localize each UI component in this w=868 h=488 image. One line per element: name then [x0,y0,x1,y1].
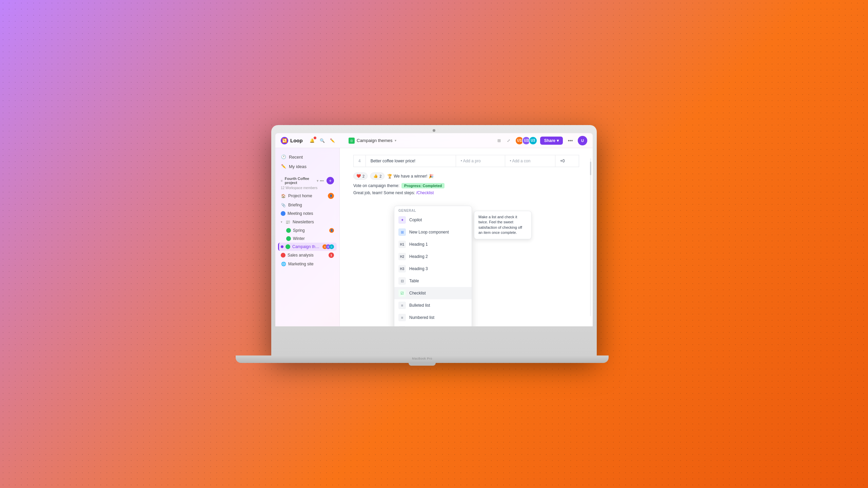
vote-line: Vote on campaign theme: Progress: Comple… [353,183,579,188]
sidebar-item-my-ideas[interactable]: ✏️ My ideas [278,162,337,171]
slash-menu-section-label: General [394,206,472,214]
section-title: Fourth Coffee project [285,177,315,185]
slash-menu-item-h2[interactable]: H2 Heading 2 [394,250,472,263]
scrollbar[interactable] [590,158,591,316]
expand-icon[interactable]: ⤢ [505,137,512,144]
my-ideas-icon: ✏️ [281,164,286,169]
table-icon: ⊟ [398,277,406,285]
newsletters-label: Newsletters [293,220,334,224]
checklist-icon: ☑ [398,289,406,297]
project-home-label: Project home [288,194,326,198]
my-ideas-label: My ideas [289,164,307,169]
sales-icon [281,253,285,258]
search-icon[interactable]: 🔍 [318,137,327,145]
share-label: Share [544,138,555,143]
slash-menu-item-numbered[interactable]: ≡ Numbered list [394,311,472,324]
numbered-icon: ≡ [398,314,406,321]
sidebar-item-briefing[interactable]: 📎 Briefing [278,201,337,209]
campaign-avatars: A B C [322,244,334,249]
sidebar-item-sales-analysis[interactable]: Sales analysis 1 [278,251,337,260]
sidebar-item-winter[interactable]: Winter [283,235,337,243]
scrollbar-thumb[interactable] [590,162,591,175]
laptop-notch [409,363,436,366]
app-header: 🔁 Loop 🔔 🔍 ✏️ [275,133,593,148]
more-options-button[interactable]: ••• [566,136,575,145]
section-header[interactable]: ≡ Fourth Coffee project ▾ ••• + [278,175,337,186]
winter-icon [286,236,291,241]
thumbs-emoji: 👍 [373,174,378,178]
briefing-icon: 📎 [281,202,286,208]
slash-menu-item-checklist[interactable]: ☑ Checklist [394,287,472,299]
sales-badge: 1 [329,252,334,258]
tooltip-text: Make a list and check it twice. Feel the… [478,215,522,235]
row-number: 4 [354,155,366,167]
slash-menu-item-bulleted[interactable]: ≡ Bulleted list [394,299,472,311]
vote-label: Vote on campaign theme: [353,183,399,188]
heart-reaction[interactable]: ❤️ 2 [353,172,368,180]
sidebar-item-recent[interactable]: 🕐 Recent [278,152,337,162]
winter-label: Winter [293,236,334,241]
slash-menu-item-h3[interactable]: H3 Heading 3 [394,263,472,275]
thumbs-reaction[interactable]: 👍 2 [370,172,384,180]
thumbs-count: 2 [379,174,381,178]
content-area[interactable]: 4 Better coffee lower price! Add a pro A… [340,148,593,326]
row-pro[interactable]: Add a pro [456,155,505,167]
compose-icon[interactable]: ✏️ [329,137,337,145]
table-row: 4 Better coffee lower price! Add a pro A… [354,155,579,167]
doc-title: Campaign themes [357,138,393,143]
sidebar-item-marketing-site[interactable]: 🌐 Marketing site [278,260,337,268]
user-avatar[interactable]: U [578,136,587,145]
winner-label: We have a winner! [394,174,427,179]
add-pro-label: Add a pro [461,159,481,163]
copilot-icon: ✦ [398,216,406,224]
doc-icon: ◎ [349,138,355,144]
recent-icon: 🕐 [281,154,286,160]
header-center: ◎ Campaign themes ▾ [349,138,495,144]
sidebar-item-project-home[interactable]: 🏠 Project home 👤 [278,191,337,201]
h2-icon: H2 [398,253,406,260]
section-title-row: ≡ Fourth Coffee project ▾ [281,177,318,185]
row-text[interactable]: Better coffee lower price! [366,155,456,167]
next-steps-line: Great job, team! Some next steps: /Check… [353,190,579,195]
sidebar-item-meeting-notes[interactable]: Meeting notes [278,209,337,218]
meeting-notes-label: Meeting notes [288,211,334,216]
numbered-label: Numbered list [409,315,434,320]
row-con[interactable]: Add a con [505,155,555,167]
header-icons: 🔔 🔍 ✏️ [308,137,337,145]
settings-icon[interactable]: ⊞ [495,137,503,144]
spring-icon [286,228,291,233]
slash-menu-item-date[interactable]: 📅 Date [394,324,472,326]
bulleted-icon: ≡ [398,302,406,309]
section-more-btn[interactable]: ••• [318,177,325,184]
copilot-label: Copilot [409,218,422,222]
slash-menu-item-h1[interactable]: H1 Heading 1 [394,238,472,250]
slash-menu-item-copilot[interactable]: ✦ Copilot [394,214,472,226]
add-page-btn[interactable]: + [327,177,334,184]
new-loop-label: New Loop component [409,230,449,235]
recent-label: Recent [289,155,303,160]
project-home-avatar: 👤 [328,193,334,199]
checklist-tooltip: Make a list and check it twice. Feel the… [474,211,532,239]
sidebar-item-campaign-themes[interactable]: Campaign themes A B C [278,243,337,251]
ca-avatar-3: C [329,244,334,249]
sidebar-item-spring[interactable]: Spring 👤 [283,226,337,235]
share-button[interactable]: Share ▾ [540,137,563,145]
spring-label: Spring [293,228,327,233]
notification-icon[interactable]: 🔔 [308,137,316,145]
meeting-notes-icon [281,211,285,216]
slash-menu-item-table[interactable]: ⊟ Table [394,275,472,287]
sales-analysis-label: Sales analysis [288,253,327,258]
row-score: +0 [555,155,579,167]
winner-emoji: 🎉 [429,174,434,179]
h3-icon: H3 [398,265,406,272]
app-body: 🕐 Recent ✏️ My ideas ≡ [275,148,593,326]
avatar-3: U3 [529,136,537,145]
section-subtitle: 12 Workspace members [278,186,337,190]
header-right: ⊞ ⤢ U1 U2 U3 Share ▾ ••• U [495,136,587,145]
slash-menu: General ✦ Copilot ⊞ New Loop component [394,206,472,326]
sidebar-item-newsletters[interactable]: ▾ 📰 Newsletters [278,218,337,226]
h1-icon: H1 [398,241,406,248]
slash-menu-item-new-loop[interactable]: ⊞ New Loop component [394,226,472,238]
avatar-group: U1 U2 U3 [515,136,537,145]
loop-logo[interactable]: 🔁 Loop [281,137,303,144]
